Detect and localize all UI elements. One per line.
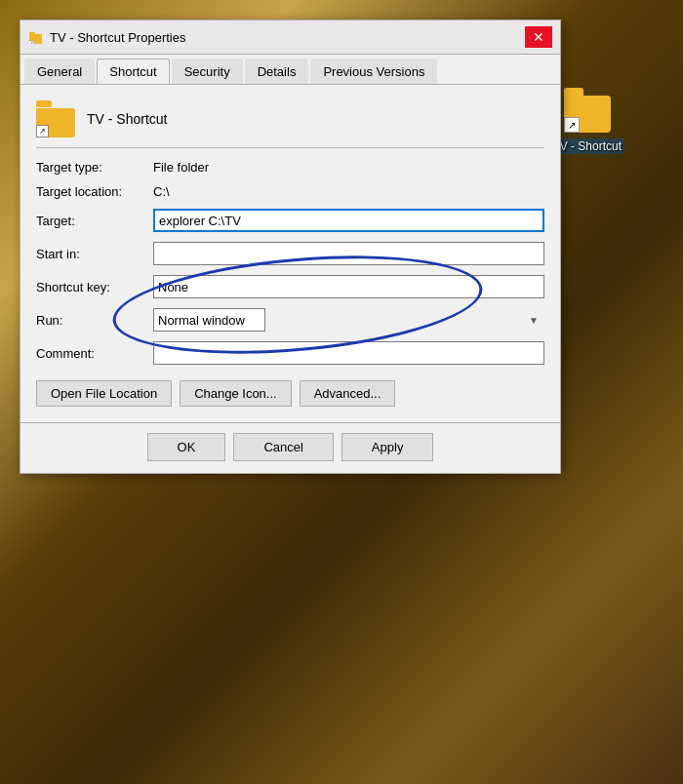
shortcut-arrow-large: ↗ bbox=[564, 117, 580, 133]
shortcut-header: ↗ TV - Shortcut bbox=[36, 100, 544, 148]
start-in-input[interactable] bbox=[153, 242, 544, 265]
shortcut-key-label: Shortcut key: bbox=[36, 280, 153, 294]
target-location-row: Target location: C:\ bbox=[36, 184, 544, 199]
svg-rect-1 bbox=[29, 32, 35, 36]
shortcut-key-input[interactable] bbox=[153, 275, 544, 298]
shortcut-arrow-icon: ↗ bbox=[36, 125, 49, 137]
run-label: Run: bbox=[36, 313, 153, 328]
target-type-row: Target type: File folder bbox=[36, 160, 544, 175]
folder-tab bbox=[36, 100, 52, 107]
properties-dialog: ↗ TV - Shortcut Properties ✕ General Sho… bbox=[20, 20, 561, 474]
title-bar: ↗ TV - Shortcut Properties ✕ bbox=[20, 20, 560, 55]
tab-shortcut[interactable]: Shortcut bbox=[97, 59, 169, 84]
apply-button[interactable]: Apply bbox=[342, 433, 434, 461]
tab-bar: General Shortcut Security Details Previo… bbox=[20, 55, 560, 85]
start-in-label: Start in: bbox=[36, 247, 153, 261]
cancel-button[interactable]: Cancel bbox=[233, 433, 333, 461]
target-type-label: Target type: bbox=[36, 160, 153, 175]
target-label: Target: bbox=[36, 214, 153, 228]
run-select[interactable]: Normal window Minimized Maximized bbox=[153, 308, 265, 332]
close-button[interactable]: ✕ bbox=[525, 26, 552, 48]
open-file-location-button[interactable]: Open File Location bbox=[36, 380, 172, 407]
ok-button[interactable]: OK bbox=[147, 433, 226, 461]
comment-input[interactable] bbox=[153, 341, 544, 365]
tab-previous-versions[interactable]: Previous Versions bbox=[310, 59, 437, 84]
tab-security[interactable]: Security bbox=[172, 59, 243, 84]
shortcut-key-row: Shortcut key: bbox=[36, 275, 544, 298]
advanced-button[interactable]: Advanced... bbox=[300, 380, 396, 407]
run-select-wrapper: Normal window Minimized Maximized ▼ bbox=[153, 308, 544, 332]
dialog-content: ↗ TV - Shortcut Target type: File folder… bbox=[20, 85, 560, 422]
target-location-label: Target location: bbox=[36, 184, 153, 199]
target-row: Target: bbox=[36, 209, 544, 232]
bottom-buttons-row: OK Cancel Apply bbox=[20, 422, 560, 473]
dialog-title: TV - Shortcut Properties bbox=[50, 30, 525, 45]
start-in-row: Start in: bbox=[36, 242, 544, 265]
shortcut-display-name: TV - Shortcut bbox=[87, 111, 167, 127]
title-bar-icon: ↗ bbox=[28, 29, 44, 45]
folder-body: ↗ bbox=[36, 108, 75, 137]
action-buttons-row: Open File Location Change Icon... Advanc… bbox=[36, 380, 544, 407]
comment-label: Comment: bbox=[36, 346, 153, 361]
shortcut-folder-icon: ↗ bbox=[36, 100, 75, 137]
folder-icon-large: ↗ bbox=[564, 96, 611, 133]
select-dropdown-icon: ▼ bbox=[529, 315, 539, 326]
tab-details[interactable]: Details bbox=[245, 59, 309, 84]
target-input[interactable] bbox=[153, 209, 544, 232]
desktop-icon-image: ↗ bbox=[564, 88, 611, 135]
change-icon-button[interactable]: Change Icon... bbox=[180, 380, 292, 407]
run-row: Run: Normal window Minimized Maximized ▼ bbox=[36, 308, 544, 332]
svg-text:↗: ↗ bbox=[29, 40, 33, 45]
comment-row: Comment: bbox=[36, 341, 544, 365]
target-location-value: C:\ bbox=[153, 184, 170, 199]
tab-general[interactable]: General bbox=[24, 59, 95, 84]
target-type-value: File folder bbox=[153, 160, 209, 175]
